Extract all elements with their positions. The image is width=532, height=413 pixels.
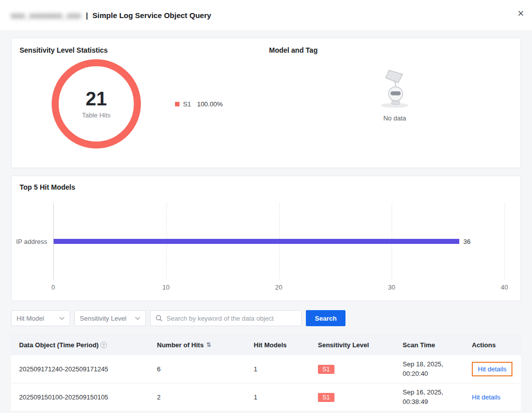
sort-icon[interactable]: ⇅ [206, 341, 211, 348]
bar-chart-x-axis: 0 10 20 30 40 [53, 284, 504, 297]
search-box [150, 310, 302, 326]
redacted-project-name: xxx_xxxxxxx_xxx [11, 11, 81, 20]
highlight-box: Hit details [472, 362, 512, 376]
hit-model-select[interactable]: Hit Model [11, 310, 70, 326]
sensitivity-level-select[interactable]: Sensitivity Level [74, 310, 146, 326]
legend-label: S1 [183, 100, 191, 108]
page-header: xxx_xxxxxxx_xxx | Simple Log Service Obj… [0, 0, 532, 30]
model-tag-empty-state: No data [269, 66, 521, 122]
th-hit-models: Hit Models [246, 341, 310, 349]
donut-label: Table Hits [82, 111, 110, 119]
bar-chart-y-axis: IP address [20, 203, 53, 280]
x-tick-10: 10 [162, 284, 169, 291]
cell-scan-time: Sep 16, 2025, 00:38:49 [395, 388, 464, 407]
data-object-table: Data Object (Time Period) ? Number of Hi… [11, 334, 521, 411]
close-icon[interactable]: × [517, 8, 524, 19]
cell-sensitivity-level: S1 [310, 393, 395, 402]
donut-legend: S1 100.00% [175, 100, 223, 108]
cell-actions: Hit details [464, 362, 521, 376]
chevron-down-icon [135, 317, 140, 320]
th-scan-time: Scan Time [395, 341, 464, 349]
page-title: Simple Log Service Object Query [92, 11, 211, 20]
sensitivity-statistics-card: Sensitivity Level Statistics 21 Table Hi… [11, 38, 521, 168]
donut-center: 21 Table Hits [51, 58, 142, 150]
th-sensitivity-level: Sensitivity Level [310, 341, 395, 349]
table-header-row: Data Object (Time Period) ? Number of Hi… [11, 334, 521, 355]
model-and-tag-title: Model and Tag [269, 46, 521, 54]
search-button[interactable]: Search [306, 310, 345, 326]
cell-data-object: 202509171240-202509171245 [11, 365, 149, 373]
bar-chart: IP address 36 0 10 20 30 [20, 203, 512, 297]
bar-value-label: 36 [463, 238, 470, 245]
donut-chart-area: 21 Table Hits S1 100.00% [20, 58, 266, 150]
model-and-tag-section: Model and Tag No data [266, 38, 521, 168]
hit-model-select-label: Hit Model [17, 315, 44, 322]
table-row: 202509150100-202509150105 2 1 S1 Sep 16,… [11, 383, 521, 411]
page-content: Sensitivity Level Statistics 21 Table Hi… [0, 30, 532, 413]
x-tick-40: 40 [501, 284, 508, 291]
cell-hit-models: 1 [246, 393, 310, 401]
search-input[interactable] [166, 315, 296, 322]
gridline-40 [504, 203, 505, 280]
x-tick-30: 30 [388, 284, 395, 291]
title-separator: | [86, 11, 88, 20]
cell-scan-time: Sep 18, 2025, 00:20:40 [395, 360, 464, 379]
x-tick-0: 0 [51, 284, 55, 291]
sensitivity-badge: S1 [318, 365, 334, 374]
cell-number-of-hits: 2 [149, 393, 246, 401]
hit-details-link[interactable]: Hit details [478, 365, 506, 373]
bar-chart-plot: 36 [53, 203, 504, 280]
x-tick-20: 20 [275, 284, 282, 291]
no-data-text: No data [383, 114, 406, 122]
top-hit-models-card: Top 5 Hit Models IP address 36 0 [11, 176, 521, 301]
cell-sensitivity-level: S1 [310, 365, 395, 374]
chevron-down-icon [59, 317, 65, 320]
cell-data-object: 202509150100-202509150105 [11, 393, 149, 401]
top-hit-models-title: Top 5 Hit Models [20, 183, 512, 191]
th-number-of-hits: Number of Hits ⇅ [149, 341, 246, 349]
search-icon [155, 315, 162, 322]
bar-chart-plot-column: 36 0 10 20 30 40 [53, 203, 504, 297]
sensitivity-level-section: Sensitivity Level Statistics 21 Table Hi… [12, 38, 266, 168]
legend-percent: 100.00% [197, 100, 223, 108]
table-row: 202509171240-202509171245 6 1 S1 Sep 18,… [11, 355, 521, 383]
cell-number-of-hits: 6 [149, 365, 246, 373]
bar-ip-address [54, 239, 459, 244]
legend-swatch-s1 [175, 102, 180, 106]
simple-log-service-query-page: xxx_xxxxxxx_xxx | Simple Log Service Obj… [0, 0, 532, 413]
sensitivity-badge: S1 [318, 393, 334, 402]
th-data-object: Data Object (Time Period) ? [11, 341, 149, 349]
sensitivity-level-select-label: Sensitivity Level [80, 315, 126, 322]
sensitivity-statistics-title: Sensitivity Level Statistics [20, 46, 266, 54]
y-axis-category-label: IP address [16, 238, 47, 245]
cell-actions: Hit details [464, 393, 521, 401]
donut-chart: 21 Table Hits [51, 58, 142, 150]
no-data-icon [374, 66, 415, 109]
th-actions: Actions [464, 341, 521, 349]
hit-details-link[interactable]: Hit details [472, 393, 500, 401]
donut-value: 21 [86, 89, 107, 110]
filter-bar: Hit Model Sensitivity Level Search [11, 310, 521, 326]
help-icon[interactable]: ? [100, 342, 107, 348]
cell-hit-models: 1 [246, 365, 310, 373]
